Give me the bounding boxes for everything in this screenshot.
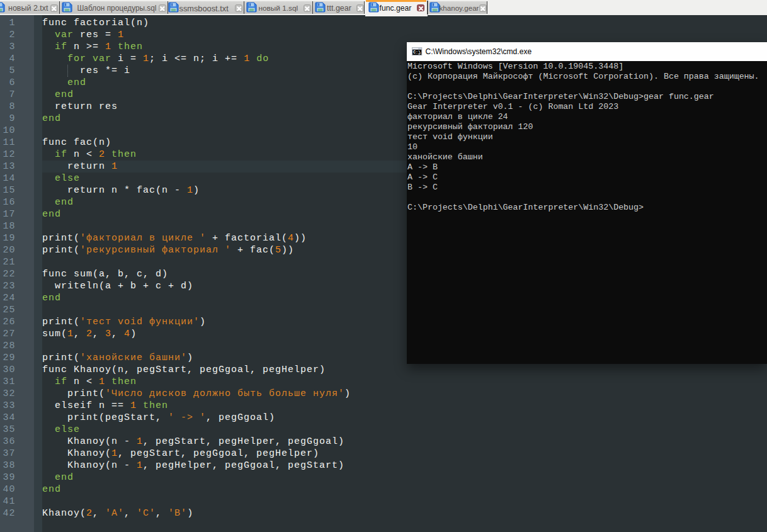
svg-text:C:\: C:\ xyxy=(413,50,421,55)
